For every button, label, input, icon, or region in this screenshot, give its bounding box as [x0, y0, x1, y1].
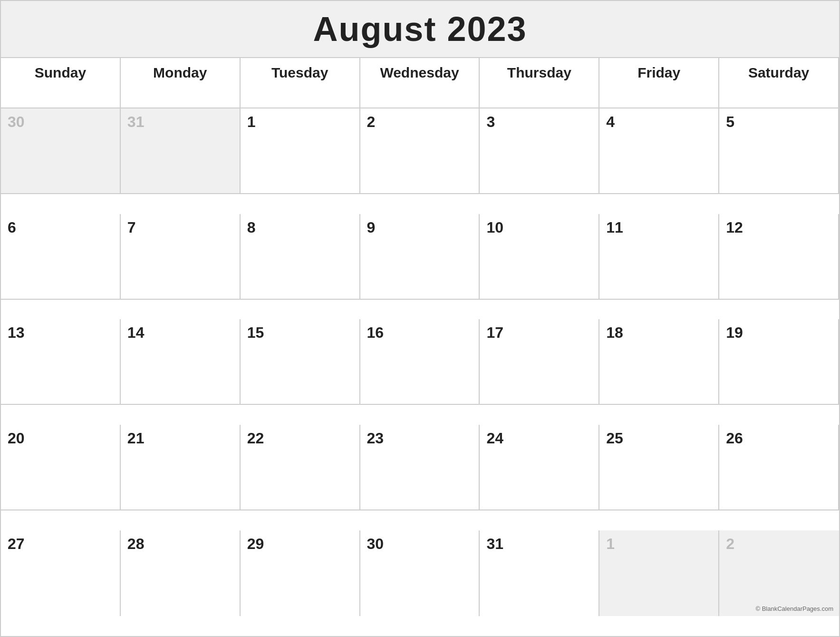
day-number: 1 — [247, 113, 256, 131]
day-number: 8 — [247, 219, 256, 236]
day-number: 2 — [367, 113, 376, 131]
day-cell[interactable]: 1 — [241, 108, 360, 194]
day-header-friday: Friday — [599, 58, 719, 108]
day-number: 18 — [606, 324, 623, 342]
day-number: 19 — [726, 324, 743, 342]
day-cell[interactable]: 2 — [360, 108, 480, 194]
day-cell[interactable]: 11 — [599, 214, 719, 300]
day-number: 28 — [127, 535, 145, 553]
day-cell[interactable]: 9 — [360, 214, 480, 300]
day-number: 5 — [726, 113, 734, 131]
calendar-header: August 2023 — [1, 1, 839, 58]
day-number: 27 — [8, 535, 25, 553]
day-cell[interactable]: 18 — [599, 319, 719, 405]
day-cell[interactable]: 8 — [241, 214, 360, 300]
day-cell[interactable]: 3 — [480, 108, 599, 194]
day-number: 12 — [726, 219, 743, 236]
day-number: 10 — [486, 219, 503, 236]
day-number: 4 — [606, 113, 615, 131]
watermark: © BlankCalendarPages.com — [756, 605, 834, 612]
day-number: 1 — [606, 535, 615, 553]
day-cell[interactable]: 30 — [1, 108, 121, 194]
day-number: 31 — [127, 113, 145, 131]
day-cell[interactable]: 14 — [121, 319, 241, 405]
day-cell[interactable]: 28 — [121, 530, 241, 616]
day-cell[interactable]: 24 — [480, 425, 599, 510]
day-cell[interactable]: 19 — [719, 319, 839, 405]
day-cell[interactable]: 31 — [121, 108, 241, 194]
day-number: 20 — [8, 430, 25, 447]
day-cell[interactable]: 21 — [121, 425, 241, 510]
day-cell[interactable]: 5 — [719, 108, 839, 194]
day-cell[interactable]: 27 — [1, 530, 121, 616]
day-cell[interactable]: 4 — [599, 108, 719, 194]
day-cell[interactable]: 29 — [241, 530, 360, 616]
day-cell[interactable]: 22 — [241, 425, 360, 510]
calendar-title: August 2023 — [1, 10, 839, 49]
day-number: 26 — [726, 430, 743, 447]
day-number: 13 — [8, 324, 25, 342]
day-cell[interactable]: 23 — [360, 425, 480, 510]
day-header-tuesday: Tuesday — [241, 58, 360, 108]
calendar-grid: SundayMondayTuesdayWednesdayThursdayFrid… — [1, 58, 839, 636]
day-number: 25 — [606, 430, 623, 447]
day-number: 30 — [8, 113, 25, 131]
day-cell[interactable]: 10 — [480, 214, 599, 300]
day-cell[interactable]: 30 — [360, 530, 480, 616]
day-number: 30 — [367, 535, 384, 553]
day-header-thursday: Thursday — [480, 58, 599, 108]
day-cell[interactable]: 25 — [599, 425, 719, 510]
day-number: 21 — [127, 430, 145, 447]
day-number: 6 — [8, 219, 16, 236]
day-number: 2 — [726, 535, 734, 553]
day-cell[interactable]: 15 — [241, 319, 360, 405]
day-header-monday: Monday — [121, 58, 241, 108]
day-cell[interactable]: 12 — [719, 214, 839, 300]
day-cell[interactable]: 7 — [121, 214, 241, 300]
day-number: 14 — [127, 324, 145, 342]
day-number: 29 — [247, 535, 264, 553]
day-header-wednesday: Wednesday — [360, 58, 480, 108]
day-number: 24 — [486, 430, 503, 447]
day-number: 3 — [486, 113, 495, 131]
day-number: 22 — [247, 430, 264, 447]
day-cell[interactable]: 26 — [719, 425, 839, 510]
day-number: 15 — [247, 324, 264, 342]
day-cell[interactable]: 13 — [1, 319, 121, 405]
day-cell[interactable]: 17 — [480, 319, 599, 405]
day-cell[interactable]: 2© BlankCalendarPages.com — [719, 530, 839, 616]
day-cell[interactable]: 6 — [1, 214, 121, 300]
day-cell[interactable]: 31 — [480, 530, 599, 616]
day-header-saturday: Saturday — [719, 58, 839, 108]
day-number: 9 — [367, 219, 376, 236]
day-number: 11 — [606, 219, 623, 236]
day-cell[interactable]: 1 — [599, 530, 719, 616]
calendar-container: August 2023 SundayMondayTuesdayWednesday… — [0, 0, 840, 637]
day-cell[interactable]: 16 — [360, 319, 480, 405]
day-header-sunday: Sunday — [1, 58, 121, 108]
day-number: 31 — [486, 535, 503, 553]
day-number: 7 — [127, 219, 136, 236]
day-number: 17 — [486, 324, 503, 342]
day-number: 23 — [367, 430, 384, 447]
day-cell[interactable]: 20 — [1, 425, 121, 510]
day-number: 16 — [367, 324, 384, 342]
